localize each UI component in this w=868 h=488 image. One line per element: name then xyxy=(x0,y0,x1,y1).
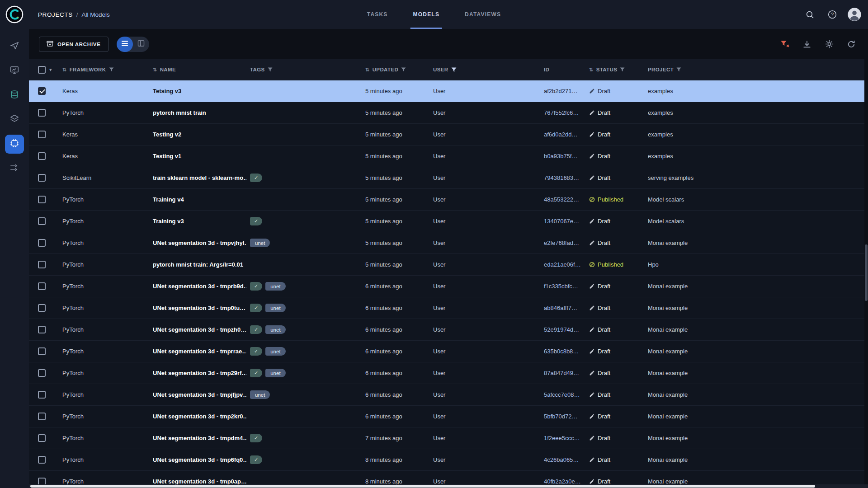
col-id[interactable]: ID xyxy=(544,67,549,72)
table-row[interactable]: PyTorch UNet segmentation 3d - tmp2kr0… … xyxy=(29,406,868,427)
row-name[interactable]: Testing v2 xyxy=(149,131,246,138)
sidebar-item-projects[interactable] xyxy=(5,61,24,80)
col-name[interactable]: NAME xyxy=(160,67,176,72)
col-tags[interactable]: TAGS xyxy=(250,67,265,72)
row-name[interactable]: pytorch mnist train: Args/lr=0.01 xyxy=(149,261,246,268)
col-status[interactable]: STATUS xyxy=(596,67,618,72)
table-row[interactable]: PyTorch UNet segmentation 3d - tmp0ap… 8… xyxy=(29,471,868,484)
table-row[interactable]: PyTorch UNet segmentation 3d - tmp6fq0… … xyxy=(29,449,868,471)
sort-icon[interactable]: ⇅ xyxy=(589,67,594,73)
help-icon[interactable]: ? xyxy=(825,7,840,22)
filter-icon[interactable] xyxy=(401,67,406,72)
table-row[interactable]: PyTorch UNet segmentation 3d - tmp0tu… ✓… xyxy=(29,297,868,319)
row-name[interactable]: UNet segmentation 3d - tmprrae… xyxy=(149,348,246,355)
sidebar-item-models[interactable] xyxy=(5,135,24,154)
sidebar-item-reports[interactable] xyxy=(5,110,24,129)
clear-filters-icon[interactable] xyxy=(777,37,793,52)
row-checkbox[interactable] xyxy=(38,434,46,442)
row-checkbox[interactable] xyxy=(38,478,46,484)
horizontal-scrollbar-thumb[interactable] xyxy=(30,485,815,488)
vertical-scrollbar[interactable] xyxy=(864,59,868,484)
table-row[interactable]: PyTorch UNet segmentation 3d - tmprrae… … xyxy=(29,341,868,362)
table-row[interactable]: PyTorch pytorch mnist train 5 minutes ag… xyxy=(29,102,868,124)
tab-models[interactable]: MODELS xyxy=(410,0,443,29)
row-name[interactable]: UNet segmentation 3d - tmp0ap… xyxy=(149,478,246,484)
table-row[interactable]: PyTorch UNet segmentation 3d - tmp29rf… … xyxy=(29,362,868,384)
table-row[interactable]: PyTorch Training v4 5 minutes ago User 4… xyxy=(29,189,868,211)
table-row[interactable]: Keras Testing v1 5 minutes ago User b0a9… xyxy=(29,145,868,167)
clearml-logo[interactable] xyxy=(0,0,29,29)
row-name[interactable]: train sklearn model - sklearn-mo… xyxy=(149,174,246,181)
row-checkbox[interactable] xyxy=(38,413,46,420)
row-name[interactable]: Training v4 xyxy=(149,196,246,203)
table-row[interactable]: ScikitLearn train sklearn model - sklear… xyxy=(29,167,868,189)
breadcrumb-projects[interactable]: PROJECTS xyxy=(38,11,73,18)
row-name[interactable]: UNet segmentation 3d - tmpzh0… xyxy=(149,326,246,333)
sort-icon[interactable]: ⇅ xyxy=(62,67,67,73)
vertical-scrollbar-thumb[interactable] xyxy=(865,244,868,301)
row-checkbox[interactable] xyxy=(38,109,46,117)
row-checkbox[interactable] xyxy=(38,196,46,203)
filter-icon[interactable] xyxy=(109,67,114,72)
sidebar-item-datasets[interactable] xyxy=(5,86,24,105)
col-user[interactable]: USER xyxy=(433,67,448,72)
settings-icon[interactable] xyxy=(821,37,837,52)
row-name[interactable]: UNet segmentation 3d - tmprb9d… xyxy=(149,283,246,290)
search-icon[interactable] xyxy=(802,7,817,22)
filter-icon-active[interactable] xyxy=(451,67,457,72)
col-updated[interactable]: UPDATED xyxy=(373,67,399,72)
table-row[interactable]: PyTorch Training v3 ✓ 5 minutes ago User… xyxy=(29,211,868,232)
row-checkbox[interactable] xyxy=(38,152,46,160)
open-archive-button[interactable]: OPEN ARCHIVE xyxy=(39,37,108,52)
row-checkbox[interactable] xyxy=(38,217,46,225)
user-avatar[interactable] xyxy=(847,7,862,22)
card-view-button[interactable] xyxy=(133,37,149,52)
row-checkbox[interactable] xyxy=(38,239,46,247)
table-row[interactable]: PyTorch UNet segmentation 3d - tmpzh0… ✓… xyxy=(29,319,868,341)
row-checkbox[interactable] xyxy=(38,261,46,268)
filter-icon[interactable] xyxy=(268,67,273,72)
row-checkbox[interactable] xyxy=(38,131,46,138)
row-name[interactable]: UNet segmentation 3d - tmpjfjpv… xyxy=(149,391,246,398)
select-all-checkbox[interactable] xyxy=(38,66,46,74)
select-dropdown-icon[interactable]: ▾ xyxy=(49,67,52,73)
table-row[interactable]: PyTorch UNet segmentation 3d - tmpjfjpv…… xyxy=(29,384,868,406)
table-view-button[interactable] xyxy=(117,37,133,52)
row-checkbox[interactable] xyxy=(38,174,46,182)
row-name[interactable]: UNet segmentation 3d - tmpdm4… xyxy=(149,435,246,441)
row-name[interactable]: UNet segmentation 3d - tmp0tu… xyxy=(149,305,246,311)
table-row[interactable]: PyTorch UNet segmentation 3d - tmpdm4… ✓… xyxy=(29,427,868,449)
row-checkbox[interactable] xyxy=(38,282,46,290)
row-name[interactable]: pytorch mnist train xyxy=(149,109,246,116)
row-checkbox[interactable] xyxy=(38,87,46,95)
table-row[interactable]: Keras Testing v2 5 minutes ago User af6d… xyxy=(29,124,868,145)
row-checkbox[interactable] xyxy=(38,391,46,399)
sidebar-item-workers-queues[interactable] xyxy=(5,159,24,178)
filter-icon[interactable] xyxy=(620,67,625,72)
row-name[interactable]: UNet segmentation 3d - tmpvjhyl… xyxy=(149,239,246,246)
horizontal-scrollbar[interactable] xyxy=(29,484,868,488)
row-name[interactable]: UNet segmentation 3d - tmp6fq0… xyxy=(149,456,246,463)
sort-icon[interactable]: ⇅ xyxy=(153,67,157,73)
row-name[interactable]: Testing v1 xyxy=(149,153,246,160)
sidebar-item-dashboard[interactable] xyxy=(5,37,24,56)
row-name[interactable]: Tetsing v3 xyxy=(149,88,246,94)
row-checkbox[interactable] xyxy=(38,456,46,464)
col-framework[interactable]: FRAMEWORK xyxy=(70,67,106,72)
download-icon[interactable] xyxy=(799,37,815,52)
tab-dataviews[interactable]: DATAVIEWS xyxy=(462,0,504,29)
row-checkbox[interactable] xyxy=(38,304,46,312)
breadcrumb-all-models[interactable]: All Models xyxy=(82,11,110,18)
row-name[interactable]: Training v3 xyxy=(149,218,246,225)
table-row[interactable]: PyTorch pytorch mnist train: Args/lr=0.0… xyxy=(29,254,868,276)
filter-icon[interactable] xyxy=(676,67,681,72)
table-row[interactable]: PyTorch UNet segmentation 3d - tmprb9d… … xyxy=(29,276,868,297)
row-checkbox[interactable] xyxy=(38,369,46,377)
refresh-icon[interactable] xyxy=(844,37,859,52)
col-project[interactable]: PROJECT xyxy=(648,67,674,72)
table-row[interactable]: PyTorch UNet segmentation 3d - tmpvjhyl…… xyxy=(29,232,868,254)
row-checkbox[interactable] xyxy=(38,326,46,333)
tab-tasks[interactable]: TASKS xyxy=(364,0,391,29)
table-row[interactable]: Keras Tetsing v3 5 minutes ago User af2b… xyxy=(29,80,868,102)
sort-icon[interactable]: ⇅ xyxy=(365,67,370,73)
